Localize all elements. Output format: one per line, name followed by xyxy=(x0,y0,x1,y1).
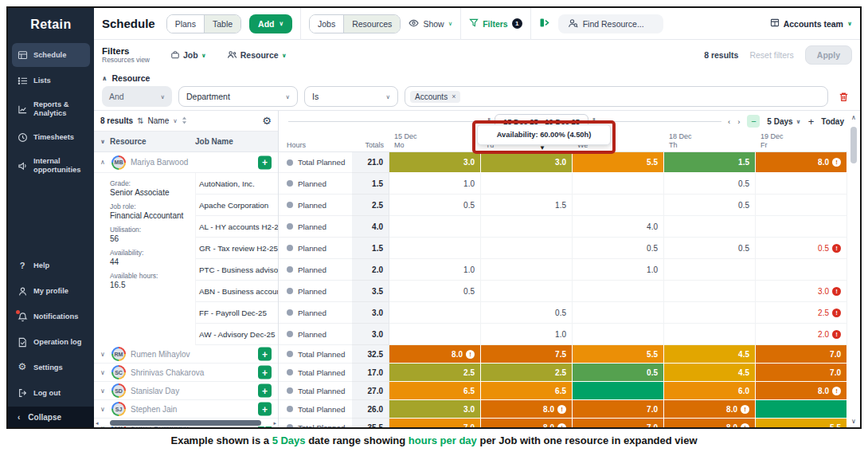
chevron-up-icon[interactable]: ∧ xyxy=(100,159,111,166)
planned-cell[interactable]: 0.5 xyxy=(573,238,664,259)
planned-cell[interactable]: 2.0! xyxy=(756,324,847,345)
booking-cell[interactable]: 7.0 xyxy=(756,345,847,364)
planned-cell[interactable] xyxy=(664,259,756,281)
nav-item-schedule[interactable]: Schedule xyxy=(12,43,90,67)
prev-button[interactable]: ‹ xyxy=(728,117,730,126)
job-name[interactable]: PTC - Business advisory Q4 xyxy=(196,259,278,281)
nav-item-settings[interactable]: ⚙Settings xyxy=(12,356,90,379)
condition-select[interactable]: Is ∨ xyxy=(304,86,398,107)
chevron-down-icon[interactable]: ∨ xyxy=(100,387,111,395)
chevron-down-icon[interactable]: ∨ xyxy=(100,351,111,358)
job-name[interactable]: ABN - Business accounts Q4 xyxy=(196,281,278,302)
scroll-up-icon[interactable]: ∧ xyxy=(847,114,860,121)
planned-cell[interactable] xyxy=(389,324,481,345)
nav-item-my-profile[interactable]: My profile xyxy=(12,279,90,303)
planned-cell[interactable] xyxy=(573,173,664,195)
collapse-button[interactable]: ‹ Collapse xyxy=(8,407,94,427)
job-name[interactable]: Apache Corporation xyxy=(196,195,278,216)
remove-tag-icon[interactable]: × xyxy=(452,92,456,100)
planned-cell[interactable]: 2.5! xyxy=(756,302,847,324)
sort-field-label[interactable]: Name xyxy=(148,116,170,125)
add-booking-button[interactable]: + xyxy=(258,403,272,416)
job-name[interactable]: AW - Advisory Dec-25 xyxy=(196,324,278,345)
resource-filter-menu[interactable]: Resource ∨ xyxy=(227,50,287,61)
booking-cell[interactable]: 4.5 xyxy=(664,364,756,382)
horizontal-scroll-track[interactable] xyxy=(102,420,270,426)
planned-cell[interactable]: 0.5 xyxy=(664,195,756,216)
show-menu[interactable]: Show ∨ xyxy=(409,19,452,29)
next-button[interactable]: › xyxy=(737,117,740,126)
column-settings-gear[interactable]: ⚙ xyxy=(262,116,272,126)
chevron-down-icon[interactable]: ∨ xyxy=(100,138,105,145)
horizontal-scroll-thumb[interactable] xyxy=(110,420,261,426)
add-button[interactable]: Add ∨ xyxy=(249,14,292,33)
booking-cell[interactable]: 8.0! xyxy=(756,382,847,400)
planned-cell[interactable]: 3.0! xyxy=(756,281,847,302)
booking-cell[interactable]: 5.5 xyxy=(573,345,664,364)
sort-direction-icon[interactable] xyxy=(182,116,187,126)
booking-cell[interactable]: 6.5 xyxy=(389,382,481,400)
planned-cell[interactable] xyxy=(573,324,664,345)
resource-row[interactable]: ∧MBMariya Barwood+ xyxy=(94,152,278,173)
scroll-down-icon[interactable]: ∨ xyxy=(847,418,860,425)
planned-cell[interactable]: 0.5 xyxy=(389,281,481,302)
chevron-down-icon[interactable]: ∨ xyxy=(100,406,111,413)
planned-cell[interactable] xyxy=(481,216,573,238)
planned-cell[interactable]: 1.0 xyxy=(481,324,573,345)
table-tab[interactable]: Table xyxy=(204,15,240,33)
vertical-scroll-thumb[interactable] xyxy=(850,127,857,163)
field-select[interactable]: Department ∨ xyxy=(178,86,298,107)
nav-item-timesheets[interactable]: Timesheets xyxy=(12,125,90,149)
planned-cell[interactable]: 0.5 xyxy=(664,238,756,259)
booking-cell[interactable] xyxy=(756,400,847,419)
scroll-left-icon[interactable]: ◂ xyxy=(96,420,102,427)
find-resource-input[interactable]: Find Resource... xyxy=(558,14,663,33)
booking-cell[interactable]: 4.5 xyxy=(664,345,756,364)
booking-cell[interactable]: 7.0 xyxy=(756,364,847,382)
planned-cell[interactable] xyxy=(756,195,847,216)
chevron-down-icon[interactable]: ∨ xyxy=(100,369,111,376)
booking-cell[interactable]: 3.0 xyxy=(389,400,481,419)
booking-cell[interactable]: 8.0! xyxy=(389,345,481,364)
planned-cell[interactable]: 1.0 xyxy=(389,173,481,195)
reset-filters-button[interactable]: Reset filters xyxy=(749,50,793,60)
job-name[interactable]: FF - Payroll Dec-25 xyxy=(196,302,278,324)
planned-cell[interactable] xyxy=(389,302,481,324)
planned-cell[interactable] xyxy=(481,238,573,259)
zoom-in-button[interactable]: + xyxy=(808,116,815,128)
nav-item-log-out[interactable]: Log out xyxy=(12,381,90,405)
add-booking-button[interactable]: + xyxy=(258,366,272,379)
horizontal-scrollbar[interactable]: ◂ ▸ xyxy=(96,419,276,427)
filters-button[interactable]: Filters 1 xyxy=(469,18,522,29)
booking-cell[interactable]: 2.5 xyxy=(481,364,573,382)
booking-cell[interactable]: 8.0! xyxy=(664,400,756,419)
day-header[interactable]: 15 DecMo xyxy=(389,132,481,151)
planned-cell[interactable] xyxy=(389,238,481,259)
booking-cell[interactable]: 6.0 xyxy=(664,382,756,400)
planned-cell[interactable] xyxy=(664,216,756,238)
booking-cell[interactable]: 2.5 xyxy=(389,364,481,382)
resource-row[interactable]: ∨SJStephen Jain+ xyxy=(94,400,278,419)
team-selector[interactable]: Accounts team ∨ xyxy=(770,18,852,29)
planned-cell[interactable] xyxy=(481,173,573,195)
scroll-right-icon[interactable]: ▸ xyxy=(270,420,276,427)
planned-cell[interactable]: 0.5 xyxy=(389,195,481,216)
booking-cell[interactable]: 1.5 xyxy=(664,152,756,173)
planned-cell[interactable] xyxy=(573,281,664,302)
job-filter-menu[interactable]: Job ∨ xyxy=(170,50,206,61)
planned-cell[interactable] xyxy=(389,216,481,238)
planned-cell[interactable]: 0.5! xyxy=(756,238,847,259)
planned-cell[interactable] xyxy=(573,302,664,324)
planned-cell[interactable] xyxy=(664,324,756,345)
planned-cell[interactable] xyxy=(481,281,573,302)
planned-cell[interactable] xyxy=(756,173,847,195)
apply-button[interactable]: Apply xyxy=(805,45,852,65)
day-header[interactable]: 19 DecFr xyxy=(756,132,847,151)
today-button[interactable]: Today xyxy=(821,117,844,126)
planned-cell[interactable]: 4.0 xyxy=(573,216,664,238)
booking-cell[interactable]: 6.5 xyxy=(481,382,573,400)
booking-cell[interactable]: 7.5 xyxy=(481,345,573,364)
chevron-down-icon[interactable]: ∨ xyxy=(173,117,178,124)
nav-item-internal-opportunities[interactable]: Internal opportunities xyxy=(12,151,90,180)
range-select[interactable]: 5 Days ∨ xyxy=(767,117,800,126)
